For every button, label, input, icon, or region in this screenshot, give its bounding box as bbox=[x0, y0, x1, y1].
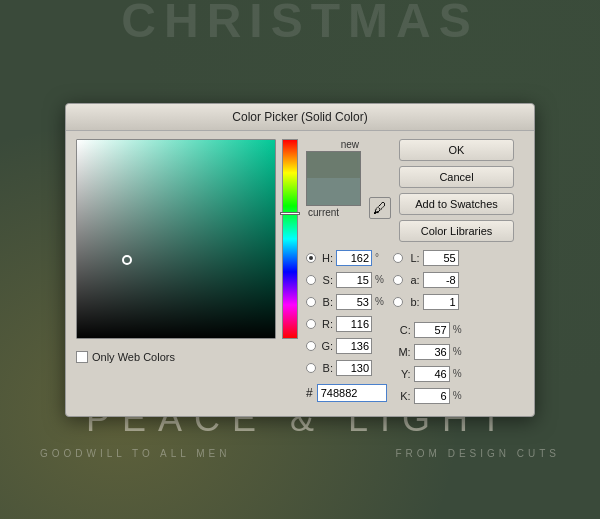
lab-cmyk-col: L: a: b: bbox=[393, 248, 463, 406]
l-radio[interactable] bbox=[393, 253, 403, 263]
s-input[interactable] bbox=[336, 272, 372, 288]
right-panel: new current 🖊 bbox=[306, 139, 524, 406]
separator bbox=[393, 314, 463, 318]
only-web-colors-checkbox[interactable] bbox=[76, 351, 88, 363]
r-label: R: bbox=[319, 318, 333, 330]
g-label: G: bbox=[319, 340, 333, 352]
s-label: S: bbox=[319, 274, 333, 286]
a-input[interactable] bbox=[423, 272, 459, 288]
m-label: M: bbox=[393, 346, 411, 358]
k-label: K: bbox=[393, 390, 411, 402]
h-row: H: ° bbox=[306, 248, 387, 268]
hex-row: # bbox=[306, 384, 387, 402]
b3-radio[interactable] bbox=[393, 297, 403, 307]
cancel-button[interactable]: Cancel bbox=[399, 166, 514, 188]
gradient-bg bbox=[77, 140, 276, 339]
eyedropper-icon: 🖊 bbox=[373, 200, 387, 216]
a-label: a: bbox=[406, 274, 420, 286]
swatch-new bbox=[307, 152, 360, 179]
color-inputs: H: ° S: % bbox=[306, 248, 524, 406]
swatch-current bbox=[307, 178, 360, 205]
ok-button[interactable]: OK bbox=[399, 139, 514, 161]
color-picker-dialog: Color Picker (Solid Color) bbox=[65, 103, 535, 417]
l-label: L: bbox=[406, 252, 420, 264]
b2-row: B: bbox=[306, 358, 387, 378]
c-row: C: % bbox=[393, 320, 463, 340]
b-row: B: % bbox=[306, 292, 387, 312]
b3-label: b: bbox=[406, 296, 420, 308]
b2-input[interactable] bbox=[336, 360, 372, 376]
y-row: Y: % bbox=[393, 364, 463, 384]
g-row: G: bbox=[306, 336, 387, 356]
hex-input[interactable] bbox=[317, 384, 387, 402]
g-input[interactable] bbox=[336, 338, 372, 354]
s-row: S: % bbox=[306, 270, 387, 290]
m-row: M: % bbox=[393, 342, 463, 362]
hue-strip[interactable] bbox=[282, 139, 298, 339]
s-unit: % bbox=[375, 274, 385, 285]
y-input[interactable] bbox=[414, 366, 450, 382]
eyedropper-button[interactable]: 🖊 bbox=[369, 197, 391, 219]
swatch-box bbox=[306, 151, 361, 206]
h-radio[interactable] bbox=[306, 253, 316, 263]
b3-input[interactable] bbox=[423, 294, 459, 310]
b-input[interactable] bbox=[336, 294, 372, 310]
b-radio[interactable] bbox=[306, 297, 316, 307]
swatch-buttons: new current 🖊 bbox=[306, 139, 524, 242]
color-libraries-button[interactable]: Color Libraries bbox=[399, 220, 514, 242]
h-unit: ° bbox=[375, 252, 385, 263]
r-radio[interactable] bbox=[306, 319, 316, 329]
main-row: Only Web Colors new bbox=[76, 139, 524, 406]
hsb-rgb-col: H: ° S: % bbox=[306, 248, 387, 406]
s-radio[interactable] bbox=[306, 275, 316, 285]
k-input[interactable] bbox=[414, 388, 450, 404]
dialog-overlay: Color Picker (Solid Color) bbox=[0, 0, 600, 519]
b2-label: B: bbox=[319, 362, 333, 374]
add-to-swatches-button[interactable]: Add to Swatches bbox=[399, 193, 514, 215]
picker-area: Only Web Colors bbox=[76, 139, 298, 406]
b2-radio[interactable] bbox=[306, 363, 316, 373]
hex-hash: # bbox=[306, 386, 313, 400]
g-radio[interactable] bbox=[306, 341, 316, 351]
a-row: a: bbox=[393, 270, 463, 290]
c-input[interactable] bbox=[414, 322, 450, 338]
h-label: H: bbox=[319, 252, 333, 264]
k-row: K: % bbox=[393, 386, 463, 406]
new-label: new bbox=[306, 139, 361, 150]
a-radio[interactable] bbox=[393, 275, 403, 285]
eyedropper-area: 🖊 bbox=[369, 169, 391, 219]
c-unit: % bbox=[453, 324, 463, 335]
dialog-content: Only Web Colors new bbox=[66, 131, 534, 416]
only-web-colors-label: Only Web Colors bbox=[92, 351, 175, 363]
b3-row: b: bbox=[393, 292, 463, 312]
b-label: B: bbox=[319, 296, 333, 308]
swatch-section: new current bbox=[306, 139, 361, 218]
hue-indicator bbox=[280, 212, 300, 215]
m-input[interactable] bbox=[414, 344, 450, 360]
m-unit: % bbox=[453, 346, 463, 357]
color-gradient[interactable] bbox=[76, 139, 276, 339]
l-input[interactable] bbox=[423, 250, 459, 266]
r-row: R: bbox=[306, 314, 387, 334]
picker-hue-row bbox=[76, 139, 298, 339]
web-colors-row: Only Web Colors bbox=[76, 351, 298, 363]
current-label: current bbox=[306, 207, 361, 218]
b-unit: % bbox=[375, 296, 385, 307]
h-input[interactable] bbox=[336, 250, 372, 266]
y-unit: % bbox=[453, 368, 463, 379]
y-label: Y: bbox=[393, 368, 411, 380]
l-row: L: bbox=[393, 248, 463, 268]
k-unit: % bbox=[453, 390, 463, 401]
c-label: C: bbox=[393, 324, 411, 336]
dialog-title: Color Picker (Solid Color) bbox=[66, 104, 534, 131]
r-input[interactable] bbox=[336, 316, 372, 332]
action-buttons: OK Cancel Add to Swatches Color Librarie… bbox=[399, 139, 514, 242]
